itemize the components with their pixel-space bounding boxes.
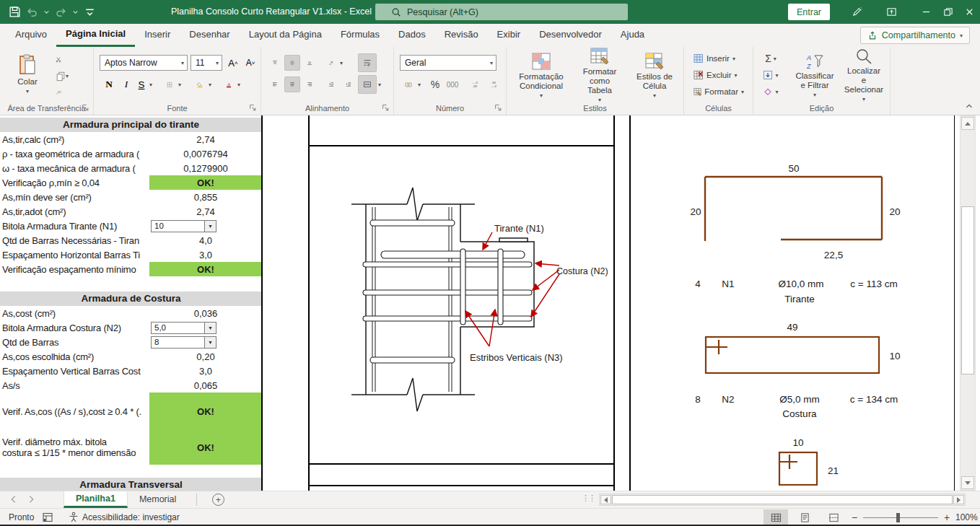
ribbon-tab-arquivo[interactable]: Arquivo [6, 24, 56, 47]
search-box[interactable]: Pesquisar (Alt+G) [375, 4, 628, 20]
scrollbar-resize-handle[interactable]: ⋮⋮ [582, 494, 595, 503]
increase-decimal-button[interactable]: ←.0.00 [466, 76, 484, 92]
scroll-up-button[interactable] [961, 117, 974, 130]
ribbon-tab-inserir[interactable]: Inserir [135, 24, 180, 47]
new-sheet-button[interactable]: + [212, 494, 224, 506]
align-center-button[interactable] [284, 76, 300, 92]
ribbon-tab-desenvolvedor[interactable]: Desenvolvedor [530, 24, 611, 47]
accounting-format-button[interactable] [400, 76, 417, 92]
underline-chevron-icon[interactable]: ▾ [149, 82, 152, 88]
insert-cells-button[interactable]: Inserir▾ [688, 51, 749, 66]
sort-filter-button[interactable]: AZ Classificar e Filtrar ▾ [791, 51, 839, 100]
underline-button[interactable]: S [134, 76, 149, 92]
sheet-tab-memorial[interactable]: Memorial [128, 491, 188, 508]
merge-center-button[interactable] [358, 75, 377, 94]
normal-view-button[interactable] [764, 509, 788, 525]
redo-chevron-icon[interactable] [72, 9, 79, 15]
font-color-button[interactable]: A [221, 76, 237, 92]
comma-style-button[interactable]: 000 [443, 76, 462, 92]
accounting-chevron-icon[interactable]: ▾ [418, 82, 421, 88]
bold-button[interactable]: N [101, 76, 117, 92]
zoom-in-button[interactable]: + [940, 509, 953, 526]
macro-record-icon[interactable] [42, 512, 53, 523]
align-top-button[interactable] [267, 55, 283, 71]
dialog-launcher-icon[interactable] [381, 103, 390, 112]
zoom-slider-thumb[interactable] [896, 513, 900, 522]
ribbon-tab-revisão[interactable]: Revisão [435, 24, 488, 47]
font-name-combo[interactable]: Aptos Narrow▾ [100, 55, 188, 71]
restore-button[interactable] [937, 0, 958, 24]
undo-chevron-icon[interactable] [43, 9, 50, 15]
accessibility-status[interactable]: Acessibilidade: investigar [82, 512, 180, 522]
increase-font-button[interactable]: A˄ [225, 55, 241, 71]
dialog-launcher-icon[interactable] [81, 103, 89, 112]
number-format-combo[interactable]: Geral▾ [400, 55, 496, 71]
italic-button[interactable]: I [118, 76, 134, 92]
minimize-button[interactable] [915, 0, 937, 24]
decrease-indent-button[interactable] [323, 76, 339, 92]
conditional-formatting-button[interactable]: Formatação Condicional ▾ [512, 51, 570, 100]
scroll-down-button[interactable] [961, 476, 974, 489]
page-break-view-button[interactable] [821, 509, 846, 525]
decrease-font-button[interactable]: A˅ [242, 55, 258, 71]
delete-cells-button[interactable]: Excluir▾ [688, 68, 749, 82]
zoom-slider-track[interactable] [863, 517, 938, 518]
increase-indent-button[interactable] [341, 76, 356, 92]
undo-icon[interactable] [26, 6, 38, 18]
page-layout-view-button[interactable] [792, 509, 817, 525]
fill-button[interactable]: ▾ [758, 68, 784, 82]
save-icon[interactable] [9, 6, 21, 18]
decrease-decimal-button[interactable]: .00→.0 [485, 76, 502, 92]
scroll-left-button[interactable] [600, 495, 611, 504]
dialog-launcher-icon[interactable] [494, 103, 502, 112]
ribbon-tab-desenhar[interactable]: Desenhar [180, 24, 239, 47]
percent-button[interactable]: % [427, 76, 443, 92]
zoom-out-button[interactable]: − [847, 509, 860, 526]
ribbon-tab-layout-da-página[interactable]: Layout da Página [240, 24, 331, 47]
copy-button[interactable]: ▾ [51, 69, 74, 83]
autosum-button[interactable]: Σ▾ [758, 51, 784, 66]
share-button[interactable]: Compartilhamento ▾ [860, 27, 970, 44]
vertical-scrollbar[interactable] [960, 115, 976, 491]
customize-qat-icon[interactable] [84, 6, 96, 18]
redo-icon[interactable] [55, 6, 67, 18]
ribbon-tab-exibir[interactable]: Exibir [488, 24, 530, 47]
align-left-button[interactable] [267, 76, 283, 92]
accessibility-icon[interactable] [68, 512, 79, 523]
ribbon-tab-fórmulas[interactable]: Fórmulas [331, 24, 389, 47]
font-size-combo[interactable]: 11▾ [191, 55, 222, 71]
align-middle-button[interactable] [284, 55, 300, 71]
orientation-button[interactable] [323, 55, 339, 71]
prev-sheet-icon[interactable] [9, 494, 19, 504]
borders-chevron-icon[interactable]: ▾ [178, 82, 181, 88]
vertical-scroll-thumb[interactable] [961, 206, 974, 374]
sheet-tab-planilha1[interactable]: Planilha1 [64, 491, 128, 508]
collapse-ribbon-icon[interactable] [964, 101, 974, 111]
dropdown-arrow-icon[interactable]: ▼ [204, 221, 216, 232]
ribbon-tab-dados[interactable]: Dados [389, 24, 435, 47]
dropdown-arrow-icon[interactable]: ▼ [204, 337, 216, 348]
scroll-right-button[interactable] [953, 495, 964, 504]
cell-styles-button[interactable]: Estilos de Célula ▾ [629, 51, 680, 100]
clear-button[interactable]: ▾ [758, 84, 784, 99]
horizontal-scroll-thumb[interactable] [612, 495, 953, 504]
cut-button[interactable] [51, 52, 66, 66]
cell-dropdown[interactable]: 10▼ [151, 220, 216, 232]
find-select-button[interactable]: Localizar e Selecionar ▾ [840, 51, 888, 100]
ribbon-display-options-button[interactable] [880, 0, 902, 24]
dialog-launcher-icon[interactable] [248, 103, 257, 112]
sign-in-button[interactable]: Entrar [788, 4, 830, 20]
orientation-chevron-icon[interactable]: ▾ [340, 60, 343, 66]
ribbon-tab-ajuda[interactable]: Ajuda [611, 24, 654, 47]
align-right-button[interactable] [302, 76, 318, 92]
next-sheet-icon[interactable] [26, 494, 36, 504]
ribbon-tab-página-inicial[interactable]: Página Inicial [56, 24, 135, 47]
cell-dropdown[interactable]: 8▼ [151, 336, 216, 349]
fill-color-chevron-icon[interactable]: ▾ [209, 82, 211, 88]
font-color-chevron-icon[interactable]: ▾ [237, 82, 240, 88]
format-cells-button[interactable]: Formatar▾ [688, 84, 749, 99]
fill-color-button[interactable] [192, 76, 208, 92]
zoom-level[interactable]: 100% [955, 512, 978, 522]
paste-button[interactable]: Colar ▾ [10, 51, 45, 98]
align-bottom-button[interactable] [302, 55, 318, 71]
